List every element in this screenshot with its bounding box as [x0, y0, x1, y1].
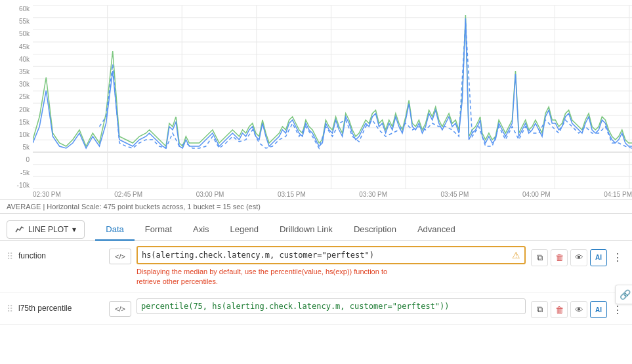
link-icon: 🔗 [620, 289, 631, 300]
hint-text-1: Displaying the median by default, use th… [137, 267, 526, 287]
x-label: 03:45 PM [441, 191, 469, 198]
y-label: 55k [19, 18, 30, 25]
x-label: 02:30 PM [33, 191, 61, 198]
eye-button-2[interactable]: 👁 [570, 301, 587, 318]
code-toggle-1[interactable]: </> [109, 249, 131, 264]
tab-axis[interactable]: Axis [182, 219, 220, 241]
drag-handle-2[interactable]: ⠿ [7, 298, 13, 314]
delete-icon-2: 🗑 [555, 305, 564, 315]
y-axis-labels: 60k 55k 50k 45k 40k 35k 30k 25k 20k 15k … [0, 5, 33, 189]
more-button-1[interactable]: ⋮ [610, 249, 625, 266]
y-label: 0 [26, 156, 30, 163]
code-toggle-label-2: </> [115, 305, 125, 313]
copy-icon-2: ⧉ [537, 304, 543, 315]
y-label: 45k [19, 43, 30, 51]
tab-axis-label: Axis [193, 224, 209, 234]
copy-button-1[interactable]: ⧉ [531, 249, 548, 266]
code-toggle-2[interactable]: </> [109, 301, 131, 317]
metric-input-wrapper-2 [137, 298, 526, 314]
row-actions-2: ⧉ 🗑 👁 AI ⋮ [531, 301, 625, 319]
status-text: AVERAGE | Horizontal Scale: 475 point bu… [7, 203, 261, 211]
tab-format[interactable]: Format [135, 219, 182, 241]
tab-description[interactable]: Description [343, 219, 407, 241]
y-label: 25k [19, 93, 30, 100]
chart-svg [33, 5, 632, 189]
tab-bar: LINE PLOT ▾ Data Format Axis Legend Dril… [0, 214, 632, 241]
x-label: 02:45 PM [114, 191, 142, 198]
metric-input-wrapper-1: ⚠ [137, 246, 526, 264]
line-plot-button[interactable]: LINE PLOT ▾ [7, 220, 85, 239]
x-label: 04:00 PM [522, 191, 551, 198]
drag-handle-1[interactable]: ⠿ [7, 246, 13, 262]
metric-input-2[interactable] [141, 302, 521, 311]
row-actions-1: ⧉ 🗑 👁 AI ⋮ [531, 249, 625, 266]
delete-button-1[interactable]: 🗑 [551, 249, 568, 266]
y-label: 5k [22, 144, 30, 151]
code-toggle-label-1: </> [115, 253, 125, 260]
y-label: 60k [19, 5, 30, 12]
line-plot-label: LINE PLOT [28, 225, 68, 234]
tab-description-label: Description [354, 224, 396, 234]
tab-data-label: Data [106, 224, 123, 234]
row-label-1: function [18, 246, 104, 260]
tab-legend[interactable]: Legend [220, 219, 269, 241]
y-label: 40k [19, 56, 30, 63]
ai-icon-2: AI [595, 306, 602, 313]
row-label-2: l75th percentile [18, 298, 104, 313]
y-label: 30k [19, 81, 30, 88]
tab-data[interactable]: Data [95, 219, 134, 241]
ai-button-2[interactable]: AI [590, 301, 607, 318]
eye-icon-2: 👁 [575, 305, 583, 315]
tab-legend-label: Legend [230, 224, 259, 234]
y-label: 20k [19, 106, 30, 113]
tab-format-label: Format [145, 224, 172, 234]
y-label: -10k [17, 182, 30, 189]
y-label: 10k [19, 131, 30, 138]
y-label: 35k [19, 68, 30, 75]
delete-icon-1: 🗑 [555, 253, 564, 262]
copy-button-2[interactable]: ⧉ [531, 301, 548, 318]
ai-icon-1: AI [595, 254, 602, 261]
chart-area: 60k 55k 50k 45k 40k 35k 30k 25k 20k 15k … [0, 0, 632, 200]
y-label: 15k [19, 119, 30, 126]
x-label: 03:00 PM [196, 191, 224, 198]
time-series-chart [33, 5, 632, 189]
copy-link-button[interactable]: 🔗 [615, 285, 632, 304]
metric-input-1[interactable] [142, 251, 508, 260]
chevron-down-icon: ▾ [72, 225, 76, 234]
delete-button-2[interactable]: 🗑 [551, 301, 568, 318]
y-label: -5k [20, 169, 30, 176]
x-axis-labels: 02:30 PM 02:45 PM 03:00 PM 03:15 PM 03:3… [33, 190, 632, 199]
eye-button-1[interactable]: 👁 [570, 249, 587, 266]
tab-advanced[interactable]: Advanced [407, 219, 466, 241]
copy-icon-1: ⧉ [537, 253, 543, 263]
tab-advanced-label: Advanced [417, 224, 455, 234]
metric-row-1: ⠿ function </> ⚠ Displaying the median b… [0, 241, 632, 293]
eye-icon-1: 👁 [575, 253, 583, 262]
lineplot-icon [15, 225, 24, 234]
input-section-2 [137, 298, 526, 314]
status-bar: AVERAGE | Horizontal Scale: 475 point bu… [0, 200, 632, 214]
y-label: 50k [19, 30, 30, 37]
warning-icon-1: ⚠ [512, 250, 520, 260]
tab-drilldown[interactable]: Drilldown Link [269, 219, 343, 241]
ai-button-1[interactable]: AI [590, 249, 607, 266]
metric-rows: ⠿ function </> ⚠ Displaying the median b… [0, 241, 632, 325]
x-label: 04:15 PM [604, 191, 632, 198]
x-label: 03:30 PM [359, 191, 387, 198]
tab-drilldown-label: Drilldown Link [280, 224, 333, 234]
x-label: 03:15 PM [278, 191, 306, 198]
input-section-1: ⚠ Displaying the median by default, use … [137, 246, 526, 287]
metric-row-2: ⠿ l75th percentile </> ⧉ 🗑 👁 AI ⋮ [0, 293, 632, 325]
